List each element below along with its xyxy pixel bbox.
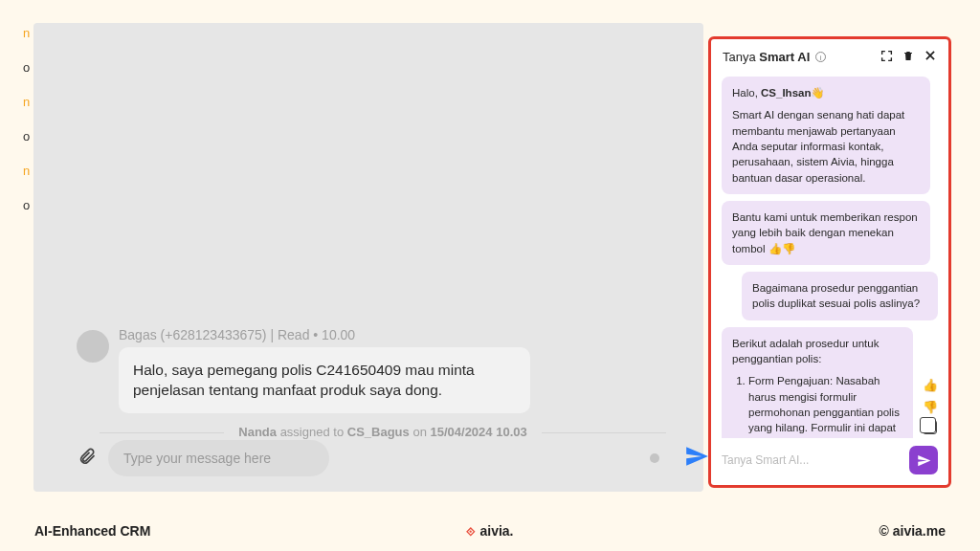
ai-user-question: Bagaimana prosedur penggantian polis dup… (742, 272, 938, 320)
message-input-row (78, 440, 709, 476)
thumbs-down-icon[interactable]: 👎 (923, 399, 938, 416)
sender-phone: (+628123433675) (161, 327, 267, 342)
close-icon[interactable] (924, 49, 937, 65)
message-meta: Bagas (+628123433675) | Read • 10.00 (119, 327, 355, 342)
side-fragments: nonono (23, 27, 30, 233)
ai-greeting-bubble: Halo, CS_Ihsan👋 Smart AI dengan senang h… (722, 77, 930, 194)
ai-input[interactable] (722, 446, 902, 474)
sender-name: Bagas (119, 327, 157, 342)
assignment-line: Nanda assigned to CS_Bagus on 15/04/2024… (77, 425, 689, 439)
list-item: Form Pengajuan: Nasabah harus mengisi fo… (748, 373, 902, 438)
attachment-icon[interactable] (78, 446, 97, 471)
chat-main-area: Bagas (+628123433675) | Read • 10.00 Hal… (33, 23, 703, 492)
smart-ai-panel: Tanya Smart AI i Halo, CS_Ihsan👋 Smart A… (708, 36, 951, 488)
message-body: Halo, saya pemegang polis C241650409 mau… (119, 347, 530, 413)
input-indicator-icon (650, 453, 659, 463)
ai-help-bubble: Bantu kami untuk memberikan respon yang … (722, 201, 930, 265)
logo-mark-icon: ⟐ (466, 522, 476, 540)
footer: AI-Enhanced CRM ⟐ aivia. © aivia.me (0, 511, 980, 551)
footer-logo: ⟐ aivia. (466, 522, 513, 540)
ai-answer-bubble: Berikut adalah prosedur untuk penggantia… (722, 327, 913, 438)
ai-panel-title: Tanya Smart AI i (723, 50, 880, 64)
thumbs-up-icon[interactable]: 👍 (923, 377, 938, 394)
message-input[interactable] (108, 440, 329, 476)
read-status: Read (278, 327, 309, 342)
assign-user1: Nanda (238, 425, 277, 439)
send-icon[interactable] (684, 444, 709, 473)
ai-send-button[interactable] (909, 446, 938, 474)
ai-chat-body: Halo, CS_Ihsan👋 Smart AI dengan senang h… (711, 73, 948, 438)
info-icon[interactable]: i (815, 52, 826, 62)
ai-answer-list: Form Pengajuan: Nasabah harus mengisi fo… (732, 373, 902, 438)
avatar (77, 330, 109, 363)
copy-icon[interactable] (923, 420, 937, 434)
ai-reactions: 👍 👎 (923, 377, 938, 434)
delete-icon[interactable] (902, 50, 914, 65)
footer-right: © aivia.me (880, 523, 946, 539)
assign-datetime: 15/04/2024 10.03 (431, 425, 527, 439)
expand-icon[interactable] (880, 50, 893, 65)
assign-user2: CS_Bagus (347, 425, 410, 439)
ai-panel-header: Tanya Smart AI i (711, 39, 948, 73)
ai-input-row (711, 438, 948, 485)
message-time: 10.00 (322, 327, 355, 342)
footer-left: AI-Enhanced CRM (34, 523, 150, 539)
ai-panel-actions (880, 49, 937, 65)
